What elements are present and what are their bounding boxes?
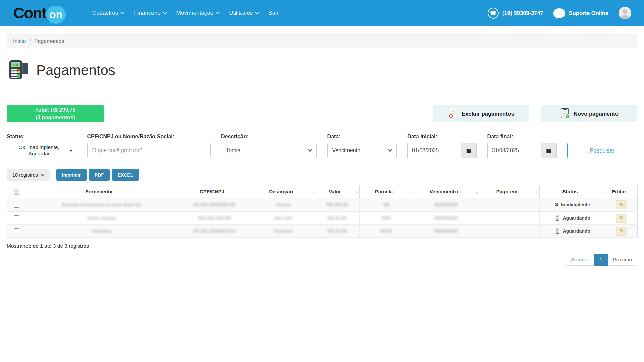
showing-text: Mostrando de 1 até 3 de 3 registros: [7, 243, 637, 249]
column-header-valor[interactable]: Valor↑↓: [315, 185, 360, 198]
descricao-label: Descrição:: [221, 134, 317, 140]
support-online[interactable]: Suporte Online: [553, 8, 608, 18]
calendar-icon[interactable]: ▦: [461, 143, 477, 158]
column-header-parcela[interactable]: Parcela↑↓: [360, 185, 413, 198]
menu-sair[interactable]: Sair: [263, 6, 283, 20]
menu-financeiro[interactable]: Financeiro: [129, 6, 171, 20]
page-size-dropdown[interactable]: 10 registros: [7, 169, 50, 181]
data-label: Data:: [327, 134, 397, 140]
chevron-down-icon: [216, 10, 220, 14]
status-badge: ✖Inadimplente: [540, 198, 605, 212]
conton-logo[interactable]: Cont on: [13, 4, 66, 22]
pencil-icon: ✎: [619, 202, 624, 207]
cell-descricao: Xxxxxx: [252, 198, 315, 212]
calendar-icon[interactable]: ▦: [541, 143, 557, 158]
data-select[interactable]: Vencimento: [327, 143, 397, 158]
column-header-editar: Editar: [605, 185, 638, 198]
cell-vencimento: 00/00/0000: [413, 212, 479, 225]
cell-valor: R$ 000,00: [315, 198, 360, 212]
data-final-input[interactable]: [487, 143, 541, 158]
title-row: 1.11 Pagamentos: [7, 60, 637, 81]
excluir-pagamentos-button[interactable]: ✕ Excluir pagamentos: [433, 105, 529, 122]
sort-icon: ↑↓: [536, 189, 538, 194]
sort-icon: ↑↓: [409, 189, 412, 194]
menu-movimentacao[interactable]: Movimentação: [171, 6, 224, 20]
pesquisar-button[interactable]: Pesquisar: [567, 143, 637, 158]
total-count: (3 pagamentos): [36, 114, 75, 121]
edit-button[interactable]: ✎: [616, 227, 627, 236]
column-header-vencimento[interactable]: Vencimento↑↓: [413, 185, 479, 198]
whatsapp-contact[interactable]: ☎ (19) 99309-3747: [488, 8, 543, 19]
user-avatar[interactable]: [619, 7, 631, 19]
pagination: Anterior 1 Próximo: [7, 254, 637, 266]
cell-fornecedor: Xxxxxxxx: [26, 225, 177, 238]
novo-pagamento-button[interactable]: + Novo pagamento: [541, 105, 637, 122]
cell-vencimento: 00/00/0000: [413, 225, 479, 238]
row-checkbox[interactable]: [14, 215, 19, 221]
data-value: Vencimento: [332, 147, 361, 154]
x-icon: ✖: [555, 202, 559, 207]
cell-editar: ✎: [605, 225, 638, 238]
column-header-status[interactable]: Status↑↓: [540, 185, 605, 198]
column-header-fornecedor[interactable]: Fornecedor↑↓: [26, 185, 177, 198]
breadcrumb-home-link[interactable]: Início: [13, 38, 26, 44]
column-header-descricao[interactable]: Descrição↑↓: [252, 185, 315, 198]
menu-utilitarios-label: Utilitários: [229, 10, 253, 16]
sort-icon: ↑↓: [248, 189, 250, 194]
status-dropdown[interactable]: Ok, Inadimplente, Aguardar ▾: [7, 143, 76, 158]
delete-document-icon: ✕: [448, 108, 458, 120]
cell-fornecedor: Xxxxxxx Xxxxxxxxxx xx Xxxx Xxxx-XX: [26, 198, 177, 212]
page-size-label: 10 registros: [12, 172, 38, 178]
chevron-down-icon: [41, 173, 44, 176]
action-buttons: ✕ Excluir pagamentos: [433, 105, 637, 122]
menu-utilitarios[interactable]: Utilitários: [224, 6, 263, 20]
edit-button[interactable]: ✎: [616, 200, 627, 209]
data-inicial-input[interactable]: [407, 143, 461, 158]
row-checkbox[interactable]: [14, 228, 19, 234]
pencil-icon: ✎: [619, 215, 624, 221]
menu-sair-label: Sair: [268, 10, 278, 16]
imprimir-button[interactable]: Imprimir: [56, 169, 87, 181]
list-controls: 10 registros Imprimir PDF EXCEL: [7, 169, 637, 181]
column-header-pago-em[interactable]: Pago em↑↓: [479, 185, 540, 198]
breadcrumb-separator: /: [29, 38, 31, 44]
main-menu: Cadastros Financeiro Movimentação Utilit…: [87, 6, 284, 20]
search-input[interactable]: [87, 143, 211, 158]
divider: [7, 89, 637, 89]
status-value: Ok, Inadimplente, Aguardar: [11, 144, 67, 157]
descricao-select[interactable]: Todas: [221, 143, 317, 158]
cell-parcela: 00/00: [360, 225, 413, 238]
cell-parcela: 0/0: [360, 198, 413, 212]
top-navbar: Cont on Cadastros Financeiro Movimentaçã…: [0, 0, 644, 26]
pos-terminal-icon: 1.11: [9, 60, 31, 81]
table-row: Xxxxx Xxxxxx 000.000.000-00 Xxx XXX R$ 0…: [7, 212, 638, 225]
edit-button[interactable]: ✎: [616, 214, 627, 223]
search-label: CPF/CNPJ ou Nome/Razão Social:: [87, 134, 211, 140]
pdf-button[interactable]: PDF: [89, 169, 110, 181]
cell-parcela: 0/00: [360, 212, 413, 225]
select-all-checkbox[interactable]: [14, 189, 19, 195]
chevron-down-icon: [388, 148, 392, 152]
cell-pago-em: [479, 212, 540, 225]
descricao-value: Todas: [226, 147, 240, 154]
table-header-row: Fornecedor↑↓ CPF/CNPJ↑↓ Descrição↑↓ Valo…: [7, 185, 638, 198]
navbar-right: ☎ (19) 99309-3747 Suporte Online: [488, 7, 631, 19]
pagination-next[interactable]: Próximo: [607, 254, 637, 266]
svg-text:✕: ✕: [450, 114, 452, 118]
sort-icon: ↑↓: [601, 189, 604, 194]
chevron-down-icon: [308, 148, 312, 152]
svg-text:+: +: [567, 114, 569, 118]
column-header-cpf-cnpj[interactable]: CPF/CNPJ↑↓: [177, 185, 252, 198]
chevron-down-icon: [163, 10, 167, 14]
sort-icon-active: ↑↓: [475, 189, 477, 194]
breadcrumb: Início / Pagamentos: [7, 34, 637, 48]
pagination-previous[interactable]: Anterior: [566, 254, 594, 266]
pagination-page-1[interactable]: 1: [594, 254, 608, 266]
row-checkbox[interactable]: [14, 202, 19, 208]
menu-cadastros[interactable]: Cadastros: [87, 6, 129, 20]
excluir-pagamentos-label: Excluir pagamentos: [462, 111, 514, 117]
table-row: Xxxxxxx Xxxxxxxxxx xx Xxxx Xxxx-XX 00.00…: [7, 198, 638, 212]
excel-button[interactable]: EXCEL: [112, 169, 139, 181]
menu-financeiro-label: Financeiro: [134, 10, 160, 16]
cell-descricao: Xxxxxxxx: [252, 225, 315, 238]
